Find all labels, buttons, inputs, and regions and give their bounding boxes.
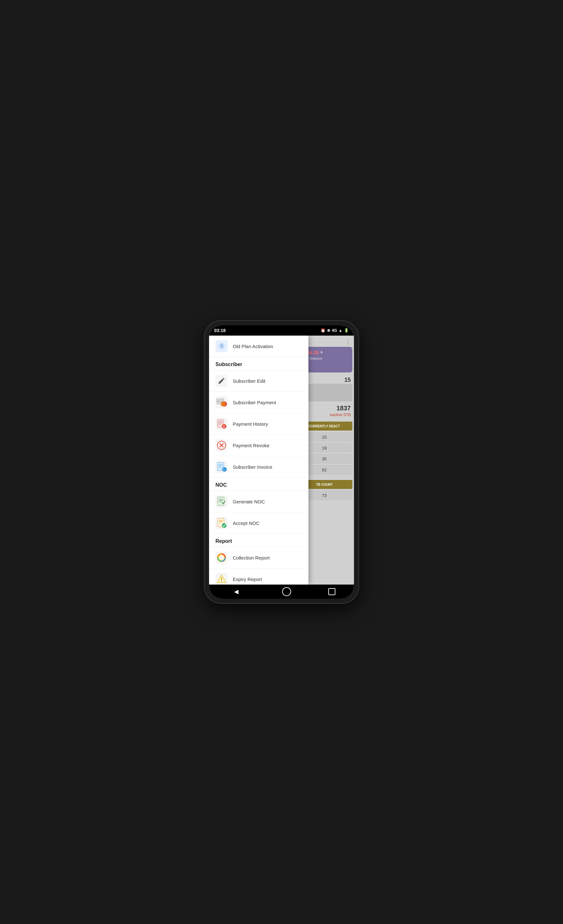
recents-button[interactable] [328, 588, 335, 595]
screen-content: ⋮ 11506.29 + Wallet Balance 15 1837 eact… [209, 336, 354, 585]
generate-noc-item[interactable]: Generate NOC [209, 491, 308, 512]
subscriber-edit-item[interactable]: Subscriber Edit [209, 370, 308, 392]
navigation-bar: ◀ [209, 585, 354, 598]
subscriber-invoice-label: Subscriber Invoice [233, 464, 272, 470]
svg-point-20 [222, 467, 227, 472]
inactive-stb-label: eactive STB [330, 412, 351, 417]
svg-text:i: i [223, 468, 225, 471]
expiry-report-item[interactable]: Expiry Report [209, 568, 308, 585]
add-wallet-icon[interactable]: + [320, 350, 323, 355]
subscriber-invoice-item[interactable]: i Subscriber Invoice [209, 456, 308, 478]
svg-point-6 [220, 401, 226, 406]
generate-noc-label: Generate NOC [233, 499, 265, 504]
more-options-icon[interactable]: ⋮ [345, 338, 351, 345]
old-plan-icon [216, 340, 228, 352]
dash-1837: 1837 [337, 405, 351, 412]
subscriber-payment-item[interactable]: Subscriber Payment [209, 392, 308, 413]
status-time: 03:18 [214, 328, 226, 333]
noc-section-header: NOC [209, 478, 308, 491]
stb-count-label: TB COUNT [316, 483, 333, 486]
payment-history-item[interactable]: $ Payment History [209, 413, 308, 435]
navigation-drawer: Old Plan Activation Subscriber Subscribe… [209, 336, 308, 585]
report-section-header: Report [209, 534, 308, 547]
payment-history-label: Payment History [233, 421, 268, 427]
status-icons: ⏰ ⊕ 4G ▲ 🔋 [320, 328, 349, 333]
payment-revoke-item[interactable]: Payment Revoke [209, 435, 308, 456]
accept-noc-icon [216, 517, 228, 529]
accept-noc-label: Accept NOC [233, 520, 259, 526]
svg-rect-2 [217, 401, 219, 402]
subscriber-payment-label: Subscriber Payment [233, 400, 276, 405]
expiry-report-icon [216, 573, 228, 585]
status-bar: 03:18 ⏰ ⊕ 4G ▲ 🔋 [209, 326, 354, 336]
battery-icon: 🔋 [344, 328, 349, 333]
old-plan-activation-item[interactable]: Old Plan Activation [209, 336, 308, 357]
payment-revoke-label: Payment Revoke [233, 443, 269, 448]
location-icon: ⊕ [327, 328, 330, 333]
generate-noc-icon [216, 495, 228, 507]
collection-report-item[interactable]: Collection Report [209, 547, 308, 568]
subscriber-section-header: Subscriber [209, 357, 308, 370]
phone-screen: 03:18 ⏰ ⊕ 4G ▲ 🔋 ⋮ 11506.29 + Wallet Bal [209, 326, 354, 598]
signal-icon: ▲ [338, 328, 343, 333]
dash-number-15: 15 [344, 376, 351, 383]
old-plan-label: Old Plan Activation [233, 344, 273, 349]
subscriber-invoice-icon: i [216, 461, 228, 473]
svg-text:$: $ [223, 425, 225, 428]
subscriber-edit-icon [216, 375, 228, 387]
svg-point-35 [221, 581, 222, 582]
back-button[interactable]: ◀ [228, 585, 245, 598]
phone-device: 03:18 ⏰ ⊕ 4G ▲ 🔋 ⋮ 11506.29 + Wallet Bal [205, 321, 358, 603]
collection-report-icon [216, 552, 228, 564]
payment-history-icon: $ [216, 418, 228, 430]
subscriber-payment-icon [216, 396, 228, 408]
svg-rect-3 [220, 401, 223, 401]
home-button[interactable] [282, 587, 291, 596]
expiry-report-label: Expiry Report [233, 576, 262, 582]
svg-point-32 [220, 556, 223, 559]
subscriber-edit-label: Subscriber Edit [233, 378, 265, 384]
accept-noc-item[interactable]: Accept NOC [209, 512, 308, 534]
collection-report-label: Collection Report [233, 555, 270, 561]
payment-revoke-icon [216, 439, 228, 452]
4g-icon: 4G [332, 328, 337, 333]
alarm-icon: ⏰ [320, 328, 325, 333]
